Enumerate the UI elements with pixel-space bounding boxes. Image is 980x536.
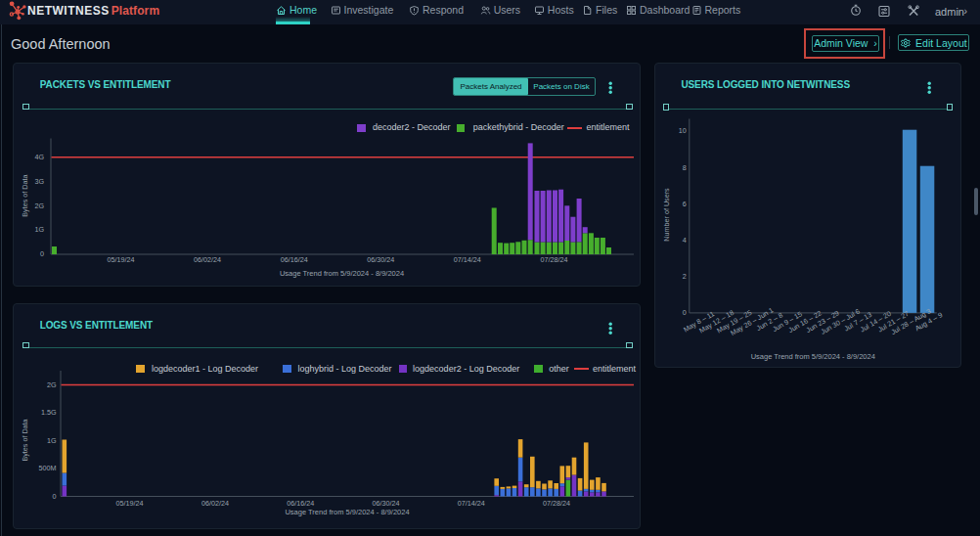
svg-text:10: 10 xyxy=(678,126,686,135)
svg-text:4: 4 xyxy=(682,235,686,244)
svg-text:Bytes of Data: Bytes of Data xyxy=(21,419,29,461)
svg-text:3G: 3G xyxy=(34,176,44,185)
svg-text:Usage Trend from 5/9/2024 - 8/: Usage Trend from 5/9/2024 - 8/9/2024 xyxy=(285,508,409,516)
svg-text:1G: 1G xyxy=(34,225,44,234)
svg-text:Usage Trend from 5/9/2024 - 8/: Usage Trend from 5/9/2024 - 8/9/2024 xyxy=(750,352,874,361)
svg-text:4G: 4G xyxy=(34,153,44,161)
svg-text:2G: 2G xyxy=(34,201,44,209)
svg-text:Usage Trend from 5/9/2024 - 8/: Usage Trend from 5/9/2024 - 8/9/2024 xyxy=(280,269,404,278)
svg-text:0: 0 xyxy=(40,249,44,258)
svg-text:07/14/24: 07/14/24 xyxy=(458,499,485,508)
svg-text:2: 2 xyxy=(682,272,686,281)
svg-text:0: 0 xyxy=(53,492,57,501)
svg-text:05/19/24: 05/19/24 xyxy=(108,255,135,264)
svg-text:07/14/24: 07/14/24 xyxy=(454,255,481,264)
svg-text:06/30/24: 06/30/24 xyxy=(367,255,394,264)
svg-text:1G: 1G xyxy=(47,436,57,445)
svg-text:0: 0 xyxy=(682,308,686,317)
svg-text:8: 8 xyxy=(682,162,686,171)
svg-text:2G: 2G xyxy=(47,380,57,389)
svg-text:07/28/24: 07/28/24 xyxy=(543,499,570,508)
svg-text:06/02/24: 06/02/24 xyxy=(194,255,221,264)
svg-text:6: 6 xyxy=(682,199,686,207)
svg-text:Number of Users: Number of Users xyxy=(662,187,671,241)
svg-text:06/16/24: 06/16/24 xyxy=(281,255,308,264)
svg-text:Bytes of Data: Bytes of Data xyxy=(21,174,29,216)
svg-text:500M: 500M xyxy=(39,464,57,472)
svg-text:06/02/24: 06/02/24 xyxy=(201,499,229,508)
svg-text:05/19/24: 05/19/24 xyxy=(116,499,144,508)
svg-text:1.5G: 1.5G xyxy=(41,408,57,417)
svg-text:07/28/24: 07/28/24 xyxy=(540,255,567,264)
